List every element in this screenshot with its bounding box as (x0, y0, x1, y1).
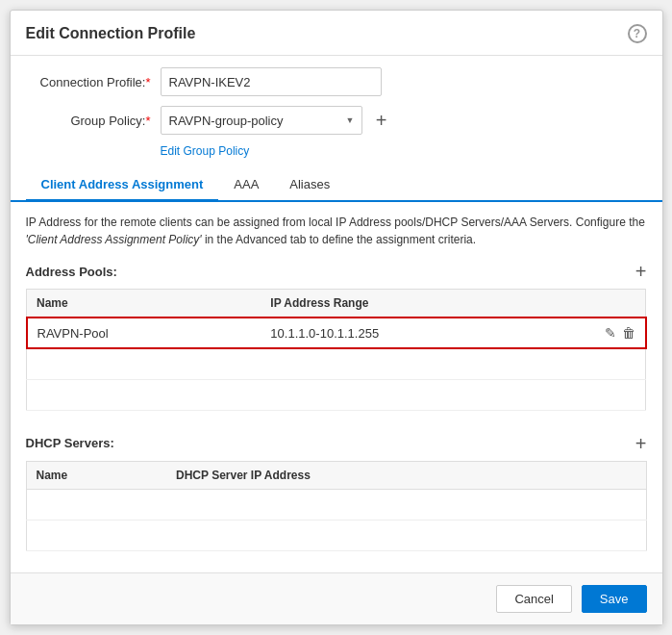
col-ip-range: IP Address Range (261, 290, 587, 318)
pool-ip-range-cell: 10.1.1.0-10.1.1.255 (261, 318, 587, 348)
modal-footer: Cancel Save (11, 572, 662, 624)
cancel-button[interactable]: Cancel (496, 585, 571, 613)
dhcp-servers-table: Name DHCP Server IP Address (26, 461, 647, 551)
address-pools-header-row: Name IP Address Range (27, 290, 646, 318)
tabs: Client Address Assignment AAA Aliases (11, 169, 662, 202)
connection-profile-row: Connection Profile:* (26, 67, 647, 96)
connection-profile-input[interactable] (161, 67, 382, 96)
pool-row-actions: ✎ 🗑 (598, 325, 635, 341)
tab-aliases[interactable]: Aliases (274, 169, 345, 202)
dhcp-col-ip: DHCP Server IP Address (166, 461, 588, 489)
help-icon[interactable]: ? (628, 24, 647, 43)
group-policy-select[interactable]: RAVPN-group-policy (161, 106, 362, 135)
add-dhcp-server-button[interactable]: + (635, 434, 647, 453)
pool-name-cell: RAVPN-Pool (27, 318, 261, 348)
save-button[interactable]: Save (582, 585, 647, 613)
address-pools-section-header: Address Pools: + (26, 262, 647, 281)
col-actions (588, 290, 646, 318)
dhcp-col-actions (588, 461, 646, 489)
col-name: Name (27, 290, 261, 318)
group-policy-label: Group Policy:* (26, 114, 161, 128)
form-section: Connection Profile:* Group Policy:* RAVP… (11, 56, 662, 165)
info-text: IP Address for the remote clients can be… (26, 214, 647, 248)
address-pools-table: Name IP Address Range RAVPN-Pool 10.1.1.… (26, 289, 647, 411)
edit-connection-profile-modal: Edit Connection Profile ? Connection Pro… (10, 10, 663, 625)
address-pool-row: RAVPN-Pool 10.1.1.0-10.1.1.255 ✎ 🗑 (27, 318, 646, 348)
pool-actions-cell: ✎ 🗑 (588, 318, 646, 348)
tab-client-address[interactable]: Client Address Assignment (26, 169, 219, 202)
dhcp-col-name: Name (26, 461, 166, 489)
add-address-pool-button[interactable]: + (635, 262, 647, 281)
dhcp-empty-row-2 (26, 520, 646, 550)
empty-row-1 (27, 348, 646, 379)
modal-header: Edit Connection Profile ? (11, 11, 662, 56)
edit-pool-icon[interactable]: ✎ (605, 325, 616, 341)
group-policy-select-wrapper: RAVPN-group-policy + (161, 106, 393, 135)
dhcp-empty-row-1 (26, 489, 646, 520)
content-area: IP Address for the remote clients can be… (11, 202, 662, 572)
dhcp-servers-title: DHCP Servers: (26, 436, 114, 450)
address-pools-title: Address Pools: (26, 265, 117, 279)
dhcp-header-row: Name DHCP Server IP Address (26, 461, 646, 489)
add-group-policy-button[interactable]: + (370, 109, 393, 132)
empty-row-2 (27, 379, 646, 410)
group-policy-row: Group Policy:* RAVPN-group-policy + (26, 106, 647, 135)
edit-policy-link[interactable]: Edit Group Policy (161, 144, 647, 158)
modal-title: Edit Connection Profile (26, 25, 196, 42)
delete-pool-icon[interactable]: 🗑 (622, 325, 635, 341)
dhcp-servers-section-header: DHCP Servers: + (26, 434, 647, 453)
connection-profile-label: Connection Profile:* (26, 75, 161, 89)
tab-aaa[interactable]: AAA (218, 169, 274, 202)
